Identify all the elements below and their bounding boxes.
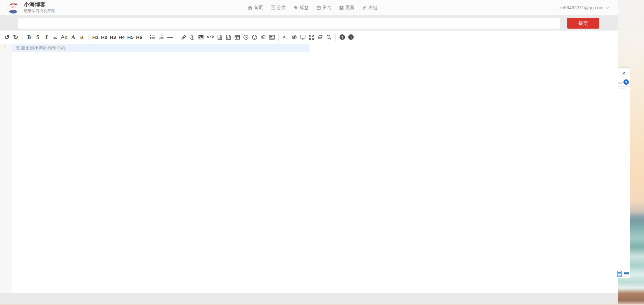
nav-item-home[interactable]: 首页 (248, 5, 263, 11)
preformatted-text-button[interactable] (215, 33, 224, 42)
update-icon (339, 5, 344, 10)
help-button[interactable]: ? (338, 33, 347, 42)
help-badge-icon[interactable]: ? (623, 79, 629, 85)
editor-content-line: 欢迎来到小海的创作中心 (16, 45, 66, 51)
datetime-button[interactable] (241, 33, 250, 42)
image-icon (198, 35, 204, 40)
eye-slash-icon (291, 35, 297, 40)
chevron-down-icon (605, 7, 609, 9)
svg-text:3: 3 (159, 38, 160, 40)
h5-button[interactable]: H5 (126, 33, 135, 42)
info-button[interactable]: i (347, 33, 355, 42)
image-button[interactable] (197, 33, 205, 42)
h3-button[interactable]: H3 (108, 33, 117, 42)
tag-icon (294, 5, 298, 10)
undo-button[interactable]: ↺ (3, 33, 11, 42)
nav-item-category[interactable]: 分类 (271, 5, 286, 11)
site-header: 小海博客 记录学习成长历程 首页 分类 标签 (0, 0, 618, 15)
toolbar-separator (89, 34, 89, 41)
lowercase-button[interactable]: a (78, 33, 86, 42)
main-content: 小海博客 记录学习成长历程 首页 分类 标签 (0, 0, 618, 305)
ordered-list-button[interactable]: 123 (157, 33, 166, 42)
nav-item-tag[interactable]: 标签 (294, 5, 309, 11)
clock-icon (243, 35, 248, 40)
site-subtitle: 记录学习成长历程 (24, 9, 55, 13)
clear-button[interactable] (316, 33, 324, 42)
strikethrough-button[interactable]: S (33, 33, 42, 42)
eraser-icon (317, 35, 323, 40)
code-block-button[interactable] (224, 33, 233, 42)
list-ol-icon: 123 (159, 35, 164, 40)
pagebreak-button[interactable] (267, 33, 276, 42)
uppercase-button[interactable]: A (69, 33, 78, 42)
chevron-down-icon[interactable] (618, 80, 622, 86)
search-button[interactable] (324, 33, 333, 42)
html-entities-button[interactable]: © (259, 33, 267, 42)
inline-code-button[interactable]: </> (205, 33, 215, 42)
toolbar-separator (335, 34, 336, 41)
compose-bar: 提交 (0, 15, 618, 31)
h4-button[interactable]: H4 (117, 33, 126, 42)
fullscreen-button[interactable] (307, 33, 316, 42)
anchor-icon (190, 35, 195, 40)
search-icon (326, 35, 331, 40)
message-icon (316, 5, 321, 10)
nav-item-update[interactable]: 更新 (339, 5, 354, 11)
h2-button[interactable]: H2 (100, 33, 108, 42)
avatar-cartoon-icon (7, 2, 19, 13)
toolbar-separator (146, 34, 146, 41)
smiley-icon (252, 35, 257, 40)
file-code-block-icon (226, 35, 231, 40)
table-button[interactable] (233, 33, 241, 42)
markdown-toolbar: ↺ ↻ B S I “ Aa A a H1 H2 H3 H4 H5 H6 123 (0, 31, 618, 44)
close-icon[interactable]: × (620, 70, 627, 77)
nav-label: 更新 (345, 5, 354, 11)
site-avatar (7, 2, 19, 14)
link-icon (181, 35, 186, 40)
table-icon (235, 35, 240, 40)
bold-button[interactable]: B (25, 33, 33, 42)
image-thumbnail-tool-icon[interactable] (623, 271, 630, 276)
nav-item-friend-links[interactable]: 友链 (362, 5, 378, 11)
user-menu[interactable]: zh56462271@qq.com (559, 0, 609, 15)
overlay-panel: × ? (618, 67, 630, 278)
toolbar-separator (22, 34, 23, 41)
toolbar-separator (278, 34, 279, 41)
desktop-icon (300, 35, 305, 40)
panel-input[interactable] (619, 88, 626, 98)
post-title-input[interactable] (18, 18, 560, 29)
submit-button[interactable]: 提交 (567, 18, 599, 29)
nav-label: 友链 (369, 5, 378, 11)
line-number: 1 (0, 46, 10, 50)
redo-button[interactable]: ↻ (11, 33, 20, 42)
nav-label: 标签 (300, 5, 309, 11)
italic-button[interactable]: I (42, 33, 51, 42)
unordered-list-button[interactable] (148, 33, 157, 42)
reference-link-button[interactable] (188, 33, 197, 42)
line-number-gutter: 1 (0, 44, 12, 293)
h1-button[interactable]: H1 (91, 33, 100, 42)
goto-line-button[interactable]: >_ (281, 33, 290, 42)
nav-item-message[interactable]: 留言 (316, 5, 331, 11)
page: 小海博客 记录学习成长历程 首页 分类 标签 (0, 0, 644, 305)
emoji-button[interactable] (250, 33, 259, 42)
h6-button[interactable]: H6 (135, 33, 144, 42)
file-code-icon (218, 35, 222, 40)
horizontal-rule-button[interactable]: — (166, 33, 174, 42)
quote-button[interactable]: “ (51, 33, 60, 42)
markdown-code-pane[interactable]: 1 欢迎来到小海的创作中心 (0, 44, 309, 293)
watch-toggle-button[interactable] (290, 33, 298, 42)
ucwords-button[interactable]: Aa (60, 33, 69, 42)
home-icon (248, 5, 252, 10)
nav-label: 首页 (254, 5, 263, 11)
preview-button[interactable] (298, 33, 307, 42)
markdown-preview-pane (309, 44, 618, 293)
main-nav: 首页 分类 标签 留言 更新 (248, 0, 378, 15)
friend-links-icon (362, 5, 367, 10)
link-button[interactable] (179, 33, 188, 42)
category-icon (271, 5, 275, 10)
list-view-tool-icon[interactable] (617, 271, 622, 277)
panel-divider (618, 86, 630, 87)
site-logo-link[interactable]: 小海博客 记录学习成长历程 (7, 2, 55, 13)
list-ul-icon (150, 35, 155, 40)
